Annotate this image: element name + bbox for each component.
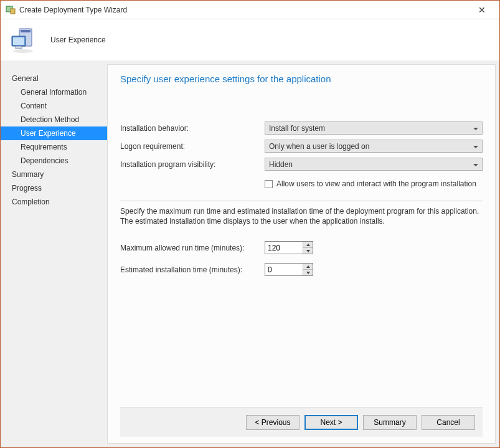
wizard-body: General General Information Content Dete…: [1, 60, 499, 447]
est-time-up-button[interactable]: [303, 264, 313, 270]
max-runtime-label: Maximum allowed run time (minutes):: [120, 244, 265, 252]
max-runtime-down-button[interactable]: [303, 248, 313, 254]
titlebar: Create Deployment Type Wizard ✕: [1, 1, 499, 19]
app-icon: [6, 5, 16, 15]
logon-requirement-value: Only when a user is logged on: [269, 142, 369, 151]
nav-completion[interactable]: Completion: [1, 195, 107, 209]
row-visibility: Installation program visibility: Hidden: [120, 158, 483, 171]
page-title: User Experience: [50, 36, 106, 44]
row-logon-requirement: Logon requirement: Only when a user is l…: [120, 140, 483, 153]
max-runtime-spinner: [265, 241, 313, 254]
wizard-footer: < Previous Next > Summary Cancel: [120, 407, 483, 437]
est-time-label: Estimated installation time (minutes):: [120, 265, 265, 274]
visibility-label: Installation program visibility:: [120, 160, 265, 169]
cancel-button[interactable]: Cancel: [422, 415, 475, 430]
computer-icon: [11, 25, 40, 55]
wizard-window: Create Deployment Type Wizard ✕ User Exp…: [0, 0, 500, 448]
nav-general[interactable]: General: [1, 72, 107, 85]
visibility-value: Hidden: [269, 160, 293, 169]
next-button[interactable]: Next >: [304, 415, 358, 430]
logon-requirement-label: Logon requirement:: [120, 142, 265, 151]
nav-content[interactable]: Content: [1, 99, 107, 113]
install-behavior-select[interactable]: Install for system: [265, 122, 483, 135]
nav-progress[interactable]: Progress: [1, 181, 107, 195]
summary-button[interactable]: Summary: [363, 415, 417, 430]
visibility-select[interactable]: Hidden: [265, 158, 483, 171]
svg-rect-6: [16, 46, 22, 49]
est-time-spinner: [265, 263, 313, 276]
close-icon[interactable]: ✕: [469, 5, 494, 15]
nav-requirements[interactable]: Requirements: [1, 140, 107, 154]
allow-interact-label: Allow users to view and interact with th…: [276, 179, 476, 188]
est-time-input[interactable]: [265, 264, 303, 275]
nav-dependencies[interactable]: Dependencies: [1, 154, 107, 168]
max-runtime-input[interactable]: [265, 242, 303, 254]
wizard-header: User Experience: [1, 19, 499, 60]
chevron-down-icon: [306, 272, 310, 274]
chevron-up-icon: [306, 244, 310, 246]
svg-rect-3: [21, 30, 31, 32]
row-est-time: Estimated installation time (minutes):: [120, 263, 483, 276]
row-allow-interact: Allow users to view and interact with th…: [265, 179, 483, 188]
divider: [120, 201, 483, 201]
row-install-behavior: Installation behavior: Install for syste…: [120, 122, 483, 135]
svg-rect-1: [11, 9, 15, 14]
wizard-main: Specify user experience settings for the…: [107, 64, 496, 444]
runtime-description: Specify the maximum run time and estimat…: [120, 206, 483, 226]
wizard-sidebar: General General Information Content Dete…: [1, 60, 107, 447]
nav-general-information[interactable]: General Information: [1, 85, 107, 99]
allow-interact-checkbox[interactable]: [265, 180, 273, 188]
max-runtime-up-button[interactable]: [303, 242, 313, 248]
svg-rect-5: [13, 37, 24, 45]
install-behavior-value: Install for system: [269, 124, 325, 133]
svg-point-7: [13, 49, 33, 53]
nav-detection-method[interactable]: Detection Method: [1, 113, 107, 126]
logon-requirement-select[interactable]: Only when a user is logged on: [265, 140, 483, 153]
main-heading: Specify user experience settings for the…: [120, 74, 483, 84]
nav-user-experience[interactable]: User Experience: [1, 126, 107, 140]
row-max-runtime: Maximum allowed run time (minutes):: [120, 241, 483, 254]
chevron-up-icon: [306, 265, 310, 268]
previous-button[interactable]: < Previous: [246, 415, 300, 430]
chevron-down-icon: [306, 250, 310, 252]
install-behavior-label: Installation behavior:: [120, 124, 265, 133]
window-title: Create Deployment Type Wizard: [19, 6, 469, 14]
est-time-down-button[interactable]: [303, 270, 313, 275]
nav-summary[interactable]: Summary: [1, 168, 107, 181]
